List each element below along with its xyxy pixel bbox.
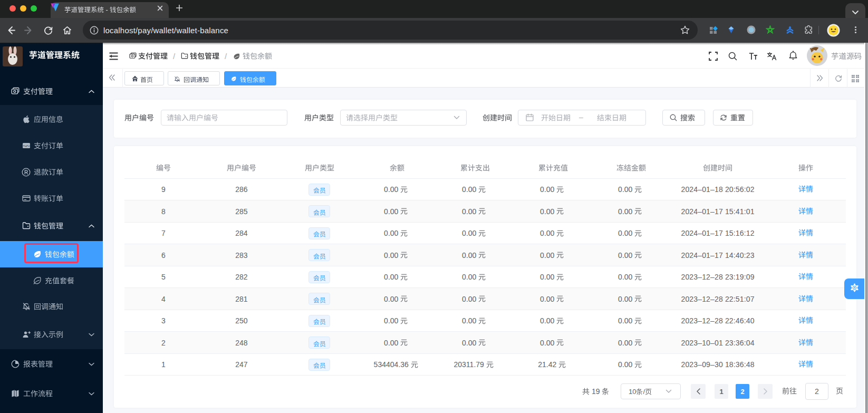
- svg-text:PayPal: PayPal: [23, 145, 30, 147]
